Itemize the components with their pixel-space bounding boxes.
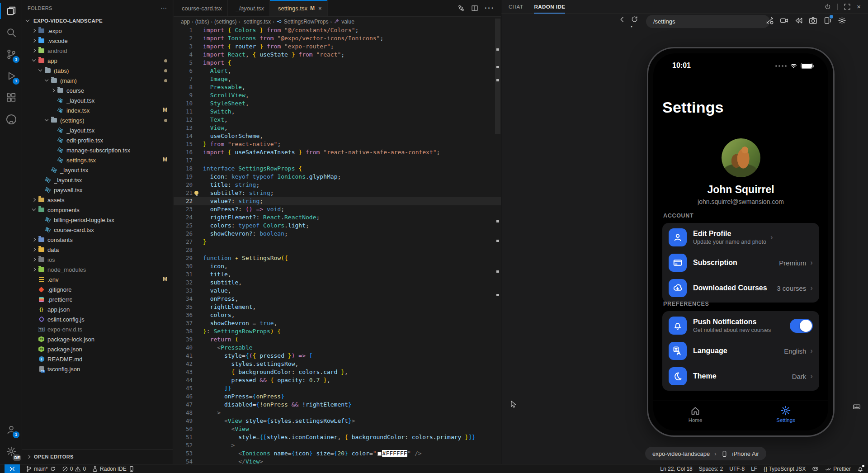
status-copilot[interactable] <box>812 465 819 472</box>
code-line[interactable]: 33 value, <box>174 287 501 295</box>
code-line[interactable]: 35 rightElement, <box>174 303 501 311</box>
shot-tool-icon[interactable] <box>809 16 817 25</box>
tab-settings.tsx[interactable]: settings.tsxM× <box>270 0 328 16</box>
tree-item[interactable]: assets <box>22 195 173 205</box>
tree-item[interactable]: tsconfig.json <box>22 364 173 374</box>
tree-item[interactable]: .envM <box>22 274 173 284</box>
tree-item[interactable]: edit-profile.tsx <box>22 135 173 145</box>
tree-item[interactable]: _layout.tsx <box>22 165 173 175</box>
panel-tab-radon-ide[interactable]: RADON IDE <box>534 0 565 14</box>
tree-item[interactable]: node_modules <box>22 265 173 274</box>
tree-item[interactable]: (tabs) <box>22 66 173 76</box>
settings-row-theme[interactable]: ThemeDark› <box>662 364 819 389</box>
tree-item[interactable]: iREADME.md <box>22 354 173 364</box>
code-line[interactable]: 28 <box>174 246 501 254</box>
code-line[interactable]: 15} from "react-native"; <box>174 140 501 148</box>
code-line[interactable]: 18interface SettingsRowProps { <box>174 165 501 173</box>
lightbulb-icon[interactable] <box>194 191 198 195</box>
tree-item[interactable]: eslint.config.js <box>22 314 173 324</box>
code-line[interactable]: 37 showChevron = true, <box>174 319 501 327</box>
tree-item[interactable]: _layout.tsx <box>22 125 173 135</box>
cam-tool-icon[interactable] <box>780 16 788 25</box>
code-line[interactable]: 1import { Colors } from "@/constants/Col… <box>174 26 501 34</box>
tools-tool-icon[interactable] <box>765 16 774 25</box>
tree-item[interactable]: components <box>22 205 173 215</box>
code-line[interactable]: 31 title, <box>174 270 501 279</box>
tree-item[interactable]: manage-subscription.tsx <box>22 145 173 155</box>
code-editor[interactable]: 1import { Colors } from "@/constants/Col… <box>174 26 501 464</box>
code-line[interactable]: 11 Switch, <box>174 108 501 116</box>
code-line[interactable]: 53 <Ionicons name={icon} size={20} color… <box>174 449 501 458</box>
tree-item[interactable]: _layout.tsx <box>22 175 173 185</box>
tree-item[interactable]: index.tsxM <box>22 105 173 115</box>
code-line[interactable]: 17 <box>174 156 501 165</box>
code-line[interactable]: 41 style={({ pressed }) => [ <box>174 352 501 360</box>
status-language-mode[interactable]: {} TypeScript JSX <box>764 466 806 472</box>
breadcrumb-item[interactable]: app <box>181 19 190 25</box>
rewind-tool-icon[interactable] <box>794 16 803 25</box>
activity-github[interactable] <box>0 109 22 130</box>
tree-item[interactable]: constants <box>22 235 173 245</box>
breadcrumb-item[interactable]: value <box>334 19 354 25</box>
code-line[interactable]: 27} <box>174 238 501 246</box>
code-line[interactable]: 9 ScrollView, <box>174 91 501 99</box>
close-icon[interactable]: × <box>318 5 322 12</box>
code-line[interactable]: 45 ]} <box>174 384 501 393</box>
tab-course-card.tsx[interactable]: course-card.tsx <box>174 0 228 16</box>
code-line[interactable]: 48 > <box>174 409 501 417</box>
breadcrumb-item[interactable]: (tabs) <box>195 19 209 25</box>
activity-search[interactable] <box>0 22 22 43</box>
tree-root[interactable]: EXPO-VIDEO-LANDSCAPE <box>22 16 173 26</box>
status-eol[interactable]: LF <box>751 466 757 472</box>
keyboard-icon[interactable] <box>853 402 861 411</box>
code-line[interactable]: 44 pressed && { opacity: 0.7 }, <box>174 376 501 384</box>
route-url-bar[interactable]: /settings <box>646 15 770 28</box>
editor-scrollbar[interactable] <box>495 17 501 464</box>
code-line[interactable]: 30 icon, <box>174 262 501 270</box>
gearsvg-tool-icon[interactable] <box>838 16 846 25</box>
code-line[interactable]: 34 onPress, <box>174 295 501 303</box>
code-line[interactable]: 50 <View <box>174 425 501 433</box>
code-line[interactable]: 36 colors, <box>174 311 501 319</box>
power-icon[interactable] <box>824 3 831 10</box>
code-line[interactable]: 24 rightElement?: React.ReactNode; <box>174 213 501 222</box>
activity-source-control[interactable]: 3 <box>0 43 22 65</box>
code-line[interactable]: 49 <View style={styles.settingsRowLeft}> <box>174 417 501 425</box>
code-line[interactable]: 40 <Pressable <box>174 344 501 352</box>
status-cursor-position[interactable]: Ln 22, Col 18 <box>660 466 692 472</box>
code-line[interactable]: 51 style={[styles.iconContainer, { backg… <box>174 433 501 441</box>
tree-item[interactable]: .expo <box>22 26 173 36</box>
code-line[interactable]: 47 disabled={!onPress && !rightElement} <box>174 401 501 409</box>
settings-row-push-notifications[interactable]: Push NotificationsGet notified about new… <box>662 313 819 338</box>
code-line[interactable]: 16import { useSafeAreaInsets } from "rea… <box>174 148 501 156</box>
code-line[interactable]: 14 useColorScheme, <box>174 132 501 140</box>
status-notifications[interactable] <box>857 466 863 472</box>
code-line[interactable]: 7 Image, <box>174 75 501 83</box>
back-button[interactable] <box>618 15 626 24</box>
code-line[interactable]: 52 > <box>174 441 501 449</box>
code-line[interactable]: 8 Pressable, <box>174 83 501 91</box>
phone-screen[interactable]: 10:01 Settings John Squirrel john.squirr… <box>653 53 828 430</box>
compare-editor-icon[interactable] <box>458 5 465 12</box>
open-editors-header[interactable]: OPEN EDITORS <box>22 449 173 464</box>
code-line[interactable]: 3import { router } from "expo-router"; <box>174 43 501 51</box>
profile-avatar[interactable] <box>722 138 760 177</box>
tree-item[interactable]: settings.tsxM <box>22 155 173 165</box>
tab-_layout.tsx[interactable]: _layout.tsx <box>228 0 270 16</box>
code-line[interactable]: 23 onPress?: () => void; <box>174 205 501 213</box>
code-line[interactable]: 46 onPress={onPress} <box>174 393 501 401</box>
code-line[interactable]: 43 { backgroundColor: colors.card }, <box>174 368 501 376</box>
code-line[interactable]: 13 View, <box>174 124 501 132</box>
breadcrumb-item[interactable]: settings.tsx <box>242 19 271 25</box>
phone-tab-settings[interactable]: Settings <box>765 405 806 423</box>
close-icon[interactable]: × <box>857 3 861 11</box>
status-radon-ide[interactable]: Radon IDE <box>92 466 135 472</box>
tree-item[interactable]: {}app.json <box>22 304 173 314</box>
expand-icon[interactable] <box>844 3 851 10</box>
code-line[interactable]: 32 subtitle, <box>174 279 501 287</box>
breadcrumb-item[interactable]: SettingsRowProps <box>276 19 329 25</box>
reload-button[interactable]: ▾ <box>631 15 638 31</box>
explorer-more-icon[interactable]: ··· <box>161 5 167 11</box>
tree-item[interactable]: course <box>22 85 173 95</box>
settings-row-language[interactable]: LanguageEnglish› <box>662 338 819 364</box>
